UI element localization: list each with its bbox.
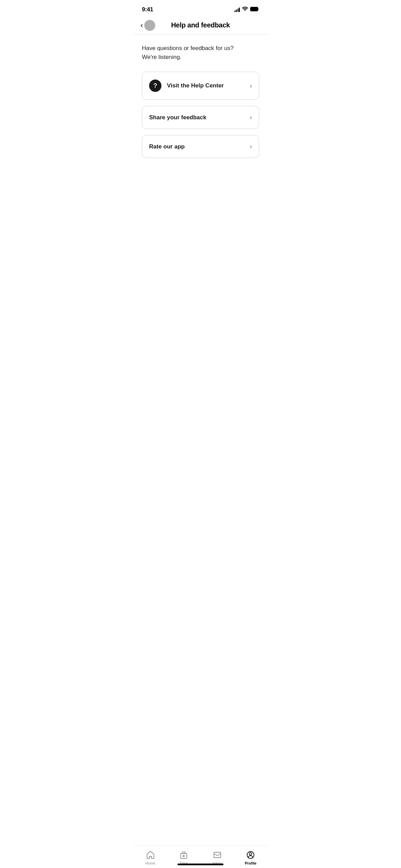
back-button[interactable]: ‹ (141, 20, 155, 31)
rate-app-label: Rate our app (149, 143, 185, 150)
menu-item-left: Rate our app (149, 143, 185, 150)
help-center-item[interactable]: ? Visit the Help Center › (142, 72, 259, 100)
back-chevron-icon: ‹ (141, 22, 143, 29)
status-bar: 9:41 (134, 0, 267, 17)
share-feedback-label: Share your feedback (149, 114, 206, 121)
chevron-right-icon: › (250, 82, 252, 89)
battery-icon (250, 7, 259, 13)
menu-item-left: Share your feedback (149, 114, 206, 121)
intro-text: Have questions or feedback for us?We're … (142, 44, 259, 61)
help-question-icon: ? (149, 80, 161, 92)
back-avatar (144, 20, 155, 31)
svg-rect-1 (251, 8, 257, 11)
help-center-label: Visit the Help Center (167, 82, 224, 89)
rate-app-item[interactable]: Rate our app › (142, 135, 259, 158)
wifi-icon (242, 7, 248, 13)
nav-header: ‹ Help and feedback (134, 17, 267, 34)
chevron-right-icon: › (250, 143, 252, 150)
signal-icon (234, 8, 240, 12)
status-icons (234, 7, 259, 13)
page-title: Help and feedback (171, 21, 230, 29)
status-time: 9:41 (142, 6, 153, 13)
share-feedback-item[interactable]: Share your feedback › (142, 106, 259, 129)
chevron-right-icon: › (250, 114, 252, 121)
menu-item-left: ? Visit the Help Center (149, 80, 224, 92)
main-content: Have questions or feedback for us?We're … (134, 34, 267, 158)
